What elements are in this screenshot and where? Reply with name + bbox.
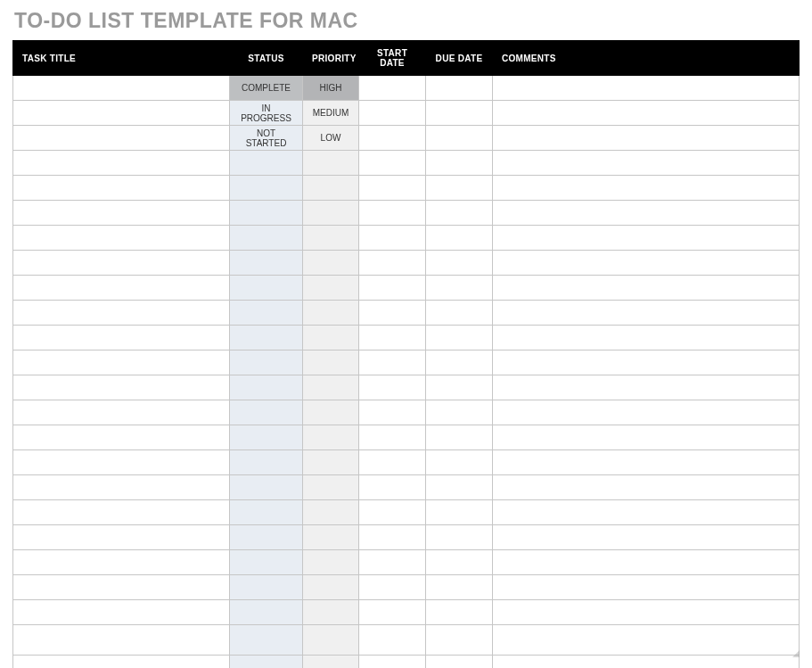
- priority-cell[interactable]: [303, 375, 359, 400]
- due-date-cell[interactable]: [426, 625, 493, 656]
- start-date-cell[interactable]: [359, 625, 426, 656]
- comments-cell[interactable]: [493, 251, 800, 276]
- due-date-cell[interactable]: [426, 525, 493, 550]
- due-date-cell[interactable]: [426, 201, 493, 226]
- comments-cell[interactable]: [493, 500, 800, 525]
- start-date-cell[interactable]: [359, 176, 426, 201]
- task-title-cell[interactable]: [13, 450, 230, 475]
- priority-cell[interactable]: [303, 176, 359, 201]
- task-title-cell[interactable]: [13, 600, 230, 625]
- due-date-cell[interactable]: [426, 425, 493, 450]
- priority-cell[interactable]: [303, 450, 359, 475]
- task-title-cell[interactable]: [13, 425, 230, 450]
- due-date-cell[interactable]: [426, 550, 493, 575]
- status-cell[interactable]: COMPLETE: [230, 76, 303, 101]
- comments-cell[interactable]: [493, 151, 800, 176]
- priority-cell[interactable]: [303, 276, 359, 301]
- due-date-cell[interactable]: [426, 251, 493, 276]
- priority-cell[interactable]: [303, 251, 359, 276]
- comments-cell[interactable]: [493, 126, 800, 151]
- status-cell[interactable]: [230, 276, 303, 301]
- due-date-cell[interactable]: [426, 301, 493, 326]
- comments-cell[interactable]: [493, 76, 800, 101]
- status-cell[interactable]: [230, 400, 303, 425]
- comments-cell[interactable]: [493, 400, 800, 425]
- status-cell[interactable]: [230, 575, 303, 600]
- task-title-cell[interactable]: [13, 475, 230, 500]
- comments-cell[interactable]: [493, 276, 800, 301]
- task-title-cell[interactable]: [13, 176, 230, 201]
- status-cell[interactable]: [230, 226, 303, 251]
- comments-cell[interactable]: [493, 226, 800, 251]
- priority-cell[interactable]: [303, 425, 359, 450]
- task-title-cell[interactable]: [13, 575, 230, 600]
- due-date-cell[interactable]: [426, 575, 493, 600]
- task-title-cell[interactable]: [13, 301, 230, 326]
- start-date-cell[interactable]: [359, 475, 426, 500]
- start-date-cell[interactable]: [359, 251, 426, 276]
- start-date-cell[interactable]: [359, 525, 426, 550]
- start-date-cell[interactable]: [359, 350, 426, 375]
- priority-cell[interactable]: [303, 525, 359, 550]
- start-date-cell[interactable]: [359, 400, 426, 425]
- priority-cell[interactable]: [303, 226, 359, 251]
- status-cell[interactable]: NOT STARTED: [230, 126, 303, 151]
- start-date-cell[interactable]: [359, 151, 426, 176]
- comments-cell[interactable]: [493, 575, 800, 600]
- priority-cell[interactable]: [303, 475, 359, 500]
- comments-cell[interactable]: [493, 326, 800, 350]
- priority-cell[interactable]: [303, 301, 359, 326]
- due-date-cell[interactable]: [426, 475, 493, 500]
- due-date-cell[interactable]: [426, 76, 493, 101]
- task-title-cell[interactable]: [13, 500, 230, 525]
- priority-cell[interactable]: [303, 151, 359, 176]
- due-date-cell[interactable]: [426, 400, 493, 425]
- task-title-cell[interactable]: [13, 151, 230, 176]
- due-date-cell[interactable]: [426, 101, 493, 126]
- task-title-cell[interactable]: [13, 350, 230, 375]
- task-title-cell[interactable]: [13, 251, 230, 276]
- status-cell[interactable]: [230, 151, 303, 176]
- status-cell[interactable]: [230, 450, 303, 475]
- due-date-cell[interactable]: [426, 600, 493, 625]
- due-date-cell[interactable]: [426, 126, 493, 151]
- comments-cell[interactable]: [493, 176, 800, 201]
- start-date-cell[interactable]: [359, 226, 426, 251]
- priority-cell[interactable]: [303, 201, 359, 226]
- due-date-cell[interactable]: [426, 151, 493, 176]
- start-date-cell[interactable]: [359, 126, 426, 151]
- status-cell[interactable]: [230, 600, 303, 625]
- status-cell[interactable]: [230, 500, 303, 525]
- comments-cell[interactable]: [493, 101, 800, 126]
- task-title-cell[interactable]: [13, 126, 230, 151]
- start-date-cell[interactable]: [359, 326, 426, 350]
- task-title-cell[interactable]: [13, 375, 230, 400]
- start-date-cell[interactable]: [359, 656, 426, 669]
- priority-cell[interactable]: [303, 600, 359, 625]
- task-title-cell[interactable]: [13, 276, 230, 301]
- due-date-cell[interactable]: [426, 450, 493, 475]
- priority-cell[interactable]: [303, 326, 359, 350]
- status-cell[interactable]: [230, 301, 303, 326]
- priority-cell[interactable]: MEDIUM: [303, 101, 359, 126]
- task-title-cell[interactable]: [13, 400, 230, 425]
- status-cell[interactable]: [230, 475, 303, 500]
- task-title-cell[interactable]: [13, 326, 230, 350]
- status-cell[interactable]: IN PROGRESS: [230, 101, 303, 126]
- task-title-cell[interactable]: [13, 76, 230, 101]
- status-cell[interactable]: [230, 525, 303, 550]
- start-date-cell[interactable]: [359, 276, 426, 301]
- comments-cell[interactable]: [493, 450, 800, 475]
- due-date-cell[interactable]: [426, 176, 493, 201]
- priority-cell[interactable]: [303, 575, 359, 600]
- task-title-cell[interactable]: [13, 226, 230, 251]
- priority-cell[interactable]: [303, 625, 359, 656]
- start-date-cell[interactable]: [359, 375, 426, 400]
- comments-cell[interactable]: [493, 656, 800, 669]
- status-cell[interactable]: [230, 550, 303, 575]
- priority-cell[interactable]: [303, 656, 359, 669]
- comments-cell[interactable]: [493, 600, 800, 625]
- start-date-cell[interactable]: [359, 201, 426, 226]
- task-title-cell[interactable]: [13, 550, 230, 575]
- comments-cell[interactable]: [493, 375, 800, 400]
